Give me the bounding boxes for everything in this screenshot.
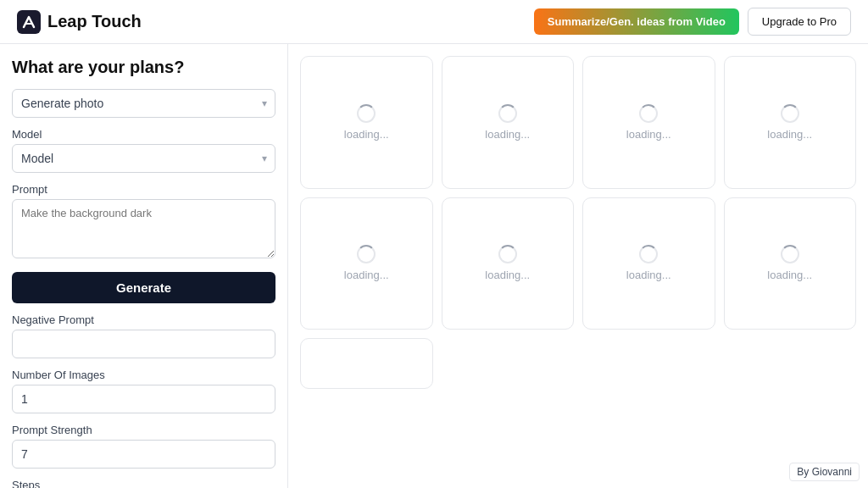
logo-icon (17, 10, 41, 34)
model-select-wrapper[interactable]: Model Stable Diffusion DALL-E ▾ (12, 144, 275, 173)
model-select[interactable]: Model Stable Diffusion DALL-E (12, 144, 275, 173)
negative-prompt-input[interactable] (12, 330, 275, 358)
image-card-4: loading... (724, 56, 857, 189)
num-images-label: Number Of Images (12, 369, 275, 381)
negative-prompt-label: Negative Prompt (12, 313, 275, 326)
prompt-strength-group: Prompt Strength (12, 424, 275, 469)
main-layout: What are your plans? Generate photo Edit… (0, 44, 868, 488)
image-card-5: loading... (300, 197, 433, 330)
loading-text-4: loading... (767, 128, 812, 141)
loading-text-6: loading... (485, 269, 530, 281)
prompt-textarea[interactable] (12, 199, 275, 258)
summarize-button[interactable]: Summarize/Gen. ideas from Video (534, 8, 739, 35)
negative-prompt-group: Negative Prompt (12, 313, 275, 358)
num-images-group: Number Of Images (12, 369, 275, 413)
loading-text-7: loading... (626, 269, 671, 281)
image-card-1: loading... (300, 56, 433, 189)
loading-spinner-7 (639, 245, 658, 263)
header-right: Summarize/Gen. ideas from Video Upgrade … (534, 8, 851, 36)
prompt-group: Prompt (12, 183, 275, 262)
logo-text: Leap Touch (47, 12, 142, 31)
image-card-6: loading... (442, 197, 575, 330)
plan-select-wrapper[interactable]: Generate photo Edit photo Describe photo… (12, 89, 275, 118)
loading-text-2: loading... (485, 128, 530, 141)
loading-spinner-1 (357, 104, 376, 123)
image-card-8: loading... (724, 197, 857, 330)
loading-spinner-8 (781, 245, 799, 263)
image-card-3: loading... (582, 56, 715, 189)
credit-badge: By Giovanni (789, 463, 860, 481)
model-label: Model (12, 128, 275, 141)
panel-title: What are your plans? (12, 58, 275, 77)
image-card-partial-1 (300, 338, 433, 389)
prompt-strength-label: Prompt Strength (12, 424, 275, 436)
model-select-group: Model Model Stable Diffusion DALL-E ▾ (12, 128, 275, 173)
prompt-label: Prompt (12, 183, 275, 196)
loading-text-3: loading... (626, 128, 671, 141)
num-images-input[interactable] (12, 385, 275, 413)
steps-label: Steps (12, 479, 275, 488)
left-panel: What are your plans? Generate photo Edit… (0, 44, 288, 488)
upgrade-button[interactable]: Upgrade to Pro (748, 8, 851, 36)
plan-select-group: Generate photo Edit photo Describe photo… (12, 89, 275, 118)
right-panel: loading... loading... loading... loading… (288, 44, 868, 488)
steps-group: Steps (12, 479, 275, 488)
image-grid: loading... loading... loading... loading… (300, 56, 856, 330)
logo-area: Leap Touch (17, 10, 142, 34)
partial-row (300, 338, 856, 389)
loading-text-1: loading... (344, 128, 389, 141)
prompt-strength-input[interactable] (12, 440, 275, 469)
image-card-2: loading... (442, 56, 575, 189)
loading-text-8: loading... (767, 269, 812, 281)
loading-spinner-4 (781, 104, 799, 123)
loading-spinner-5 (357, 245, 376, 263)
generate-button[interactable]: Generate (12, 272, 275, 303)
loading-spinner-6 (498, 245, 517, 263)
plan-select[interactable]: Generate photo Edit photo Describe photo (12, 89, 275, 118)
image-card-7: loading... (582, 197, 715, 330)
loading-text-5: loading... (344, 269, 389, 281)
header: Leap Touch Summarize/Gen. ideas from Vid… (0, 0, 868, 44)
svg-rect-0 (17, 10, 41, 34)
loading-spinner-3 (639, 104, 658, 123)
loading-spinner-2 (498, 104, 517, 123)
